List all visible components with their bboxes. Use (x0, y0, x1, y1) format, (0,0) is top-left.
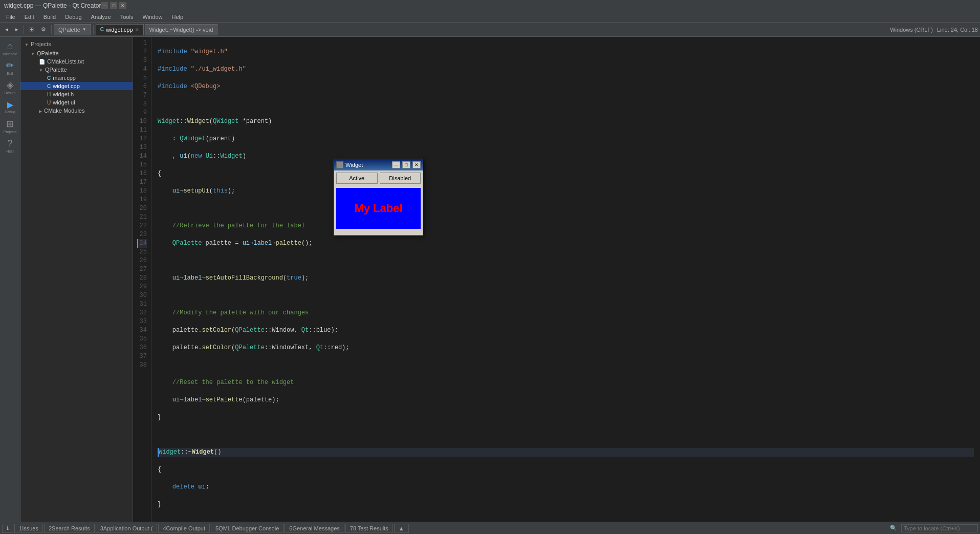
tree-item-qpalette-project[interactable]: QPalette (20, 49, 133, 57)
code-line-7: , ui(new Ui::Widget) (158, 152, 974, 161)
code-line-3: #include <QDebug> (158, 82, 974, 91)
tree-item-main-cpp[interactable]: C main.cpp (20, 74, 133, 82)
ln-18: 18 (137, 187, 147, 196)
disabled-button[interactable]: Disabled (380, 173, 421, 184)
sidebar-icon-help[interactable]: ? Help (1, 136, 19, 155)
tree-item-qpalette-folder[interactable]: QPalette (20, 66, 133, 74)
code-container[interactable]: 1 2 3 4 5 6 7 8 9 10 11 12 13 14 15 16 1… (133, 37, 980, 522)
status-tab-7[interactable]: 7 8 Test Results (345, 524, 393, 533)
sidebar-icon-edit[interactable]: ✏ Edit (1, 58, 19, 77)
toolbar-sep-3 (93, 25, 94, 34)
ln-15: 15 (137, 161, 147, 169)
code-line-9: ui→setupUi(this); (158, 187, 974, 196)
forward-button[interactable]: ▸ (12, 24, 21, 35)
widget-minimize-button[interactable]: ─ (392, 161, 400, 168)
code-line-11: //Retrieve the palette for the label (158, 222, 974, 230)
tree-item-widget-cpp[interactable]: C widget.cpp (20, 82, 133, 90)
tree-header-projects[interactable]: Projects (20, 39, 133, 49)
cmake-icon: 📄 (39, 59, 45, 65)
ln-12: 12 (137, 135, 147, 143)
locate-input[interactable] (901, 524, 978, 532)
ln-10: 10 (137, 117, 147, 126)
toolbar-sep-1 (24, 25, 24, 34)
status-tab-5[interactable]: 5 QML Debugger Console (211, 524, 284, 533)
sidebar-label-debug: Debug (5, 110, 15, 114)
ln-3: 3 (137, 56, 147, 65)
project-selector[interactable]: QPalette ▼ (54, 24, 91, 35)
welcome-icon: ⌂ (7, 41, 13, 52)
maximize-button[interactable]: □ (110, 2, 117, 9)
widget-titlebar: Widget ─ □ ✕ (334, 159, 423, 170)
ln-30: 30 (137, 291, 147, 300)
ln-16: 16 (137, 169, 147, 178)
widget-popup: Widget ─ □ ✕ Active Disabled My Label (334, 159, 423, 236)
status-tab-1[interactable]: 1 Issues (14, 524, 43, 533)
status-info-icon[interactable]: ℹ (2, 524, 13, 533)
widget-maximize-button[interactable]: □ (402, 161, 410, 168)
tree-item-widget-h[interactable]: H widget.h (20, 90, 133, 98)
tab-label-widget-cpp: widget.cpp (106, 27, 133, 33)
tree-label-projects: Projects (31, 41, 51, 47)
tree-item-widget-ui[interactable]: U widget.ui (20, 98, 133, 106)
editor-tab-widget-cpp[interactable]: C widget.cpp ✕ (96, 24, 144, 35)
code-line-2: #include "./ui_widget.h" (158, 65, 974, 74)
title-bar-text: widget.cpp — QPalette - Qt Creator (4, 2, 101, 9)
widget-close-button[interactable]: ✕ (412, 161, 421, 168)
ui-icon-widget: U (47, 100, 51, 105)
menu-tools[interactable]: Tools (116, 13, 138, 21)
status-search-icon: 🔍 (890, 525, 897, 531)
ln-19: 19 (137, 196, 147, 204)
active-button[interactable]: Active (336, 173, 378, 184)
projects-icon: ⊞ (6, 118, 14, 130)
status-nav-btn[interactable]: ▲ (394, 524, 409, 533)
code-line-24: Widget::~Widget() (158, 448, 974, 457)
toolbar-btn-1[interactable]: ⊞ (26, 24, 37, 35)
ln-6: 6 (137, 82, 147, 91)
status-tab-1-label: Issues (22, 525, 38, 531)
status-tab-2[interactable]: 2 Search Results (44, 524, 95, 533)
tree-item-cmake-modules[interactable]: CMake Modules (20, 106, 133, 115)
sidebar-icon-debug[interactable]: ▶ Debug (1, 97, 19, 116)
h-icon-widget: H (47, 92, 51, 97)
close-button[interactable]: ✕ (119, 2, 126, 9)
ln-34: 34 (137, 326, 147, 335)
editor-tab-destructor[interactable]: Widget::~Widget() -> void (145, 24, 218, 35)
status-tab-3[interactable]: 3 Application Output ( (96, 524, 158, 533)
code-line-15 (158, 291, 974, 300)
menu-analyze[interactable]: Analyze (87, 13, 115, 21)
back-button[interactable]: ◂ (2, 24, 11, 35)
sidebar-label-projects: Projects (4, 130, 16, 134)
tree-item-cmakelists[interactable]: 📄 CMakeLists.txt (20, 57, 133, 66)
widget-title-icon (336, 161, 343, 168)
menu-edit[interactable]: Edit (20, 13, 38, 21)
menu-help[interactable]: Help (168, 13, 188, 21)
tree-label-qpalette-folder: QPalette (45, 67, 67, 73)
code-line-28 (158, 518, 974, 522)
code-line-12: QPalette palette = ui→label→palette(); (158, 239, 974, 248)
status-tab-4[interactable]: 4 Compile Output (158, 524, 210, 533)
ln-4: 4 (137, 65, 147, 74)
sidebar-icon-welcome[interactable]: ⌂ Welcome (1, 39, 19, 57)
menu-build[interactable]: Build (39, 13, 60, 21)
ln-38: 38 (137, 361, 147, 370)
menu-debug[interactable]: Debug (61, 13, 85, 21)
ln-23: 23 (137, 230, 147, 239)
sidebar-icon-projects[interactable]: ⊞ Projects (1, 117, 19, 135)
sidebar-icon-design[interactable]: ◈ Design (1, 78, 19, 96)
ln-28: 28 (137, 274, 147, 283)
code-line-26: delete ui; (158, 483, 974, 492)
tab-label-destructor: Widget::~Widget() -> void (149, 27, 213, 33)
toolbar-btn-2[interactable]: ⚙ (38, 24, 49, 35)
status-tab-3-label: Application Output ( (103, 525, 153, 531)
tab-close-widget-cpp[interactable]: ✕ (135, 27, 139, 32)
ln-26: 26 (137, 257, 147, 265)
ln-7: 7 (137, 91, 147, 100)
minimize-button[interactable]: ─ (101, 2, 108, 9)
status-tab-6[interactable]: 6 General Messages (285, 524, 344, 533)
ln-2: 2 (137, 48, 147, 56)
menu-window[interactable]: Window (138, 13, 166, 21)
code-line-20: //Reset the palette to the widget (158, 378, 974, 387)
design-icon: ◈ (7, 79, 14, 91)
code-editor[interactable]: #include "widget.h" #include "./ui_widge… (151, 37, 980, 522)
menu-file[interactable]: File (2, 13, 19, 21)
